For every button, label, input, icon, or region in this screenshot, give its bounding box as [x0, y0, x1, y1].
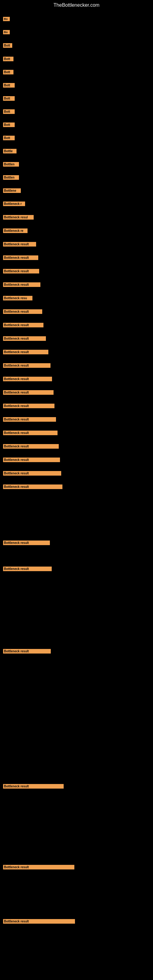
bar-row: Bottle	[3, 149, 153, 153]
bar-row: Bott	[3, 109, 153, 114]
bar-row: Bottleneck result	[3, 471, 153, 476]
bar-label: Bottleneck result	[3, 485, 62, 489]
bar-row: Bottleneck result	[3, 255, 153, 260]
bar-row: Bott	[3, 83, 153, 88]
bar-row: Bottleneck result	[3, 269, 153, 274]
bar-row: Bott	[3, 70, 153, 75]
bar-label: Bottlene	[3, 188, 21, 193]
bar-label: Bottleneck result	[3, 417, 56, 422]
bar-row: Bottleneck re	[3, 229, 153, 233]
bar-label: Bott	[3, 109, 15, 114]
bar-row: Bott	[3, 136, 153, 140]
bar-label: Bottleneck result	[3, 784, 64, 789]
bar-row: Bottleneck result	[3, 377, 153, 381]
bar-row: Bottleneck result	[3, 784, 153, 789]
bar-label: Bottleneck result	[3, 323, 43, 328]
bar-row: Bottleneck result	[3, 485, 153, 489]
bar-label: Bottleneck result	[3, 566, 52, 571]
bar-row: Bottleneck result	[3, 390, 153, 395]
bar-label: Bottleneck result	[3, 404, 54, 408]
bar-label: Bo	[3, 30, 10, 34]
bar-row: Bottlen	[3, 162, 153, 167]
bar-label: Bottleneck result	[3, 919, 75, 924]
bar-row: Bottleneck result	[3, 417, 153, 422]
bar-label: Bottleneck result	[3, 309, 42, 314]
bar-row: Bottleneck result	[3, 404, 153, 408]
bar-label: Bottleneck result	[3, 649, 51, 654]
bar-label: Bottleneck result	[3, 471, 61, 476]
bar-row: Bott	[3, 57, 153, 61]
bar-label: Bottleneck result	[3, 865, 74, 869]
bar-label: Bottle	[3, 149, 16, 153]
bar-row: Bottleneck result	[3, 566, 153, 571]
bar-row: Bott	[3, 43, 153, 48]
site-title: TheBottlenecker.com	[0, 0, 153, 9]
bar-label: Bottleneck result	[3, 541, 50, 545]
bar-row: Bottleneck result	[3, 431, 153, 435]
bar-row: Bottleneck resul	[3, 215, 153, 220]
bar-row: Bottleneck resu	[3, 296, 153, 301]
bar-label: Bottleneck result	[3, 350, 48, 354]
bar-label: Bo	[3, 17, 10, 21]
bar-row: Bottleneck result	[3, 242, 153, 247]
bar-row: Bottleneck result	[3, 282, 153, 287]
bar-label: Bottleneck resu	[3, 296, 32, 301]
bar-row: Bottleneck result	[3, 649, 153, 654]
bar-label: Bott	[3, 83, 15, 88]
bar-label: Bottleneck result	[3, 255, 38, 260]
bar-row: Bottleneck result	[3, 919, 153, 924]
bar-row: Bottleneck result	[3, 363, 153, 368]
bar-row: Bo	[3, 30, 153, 34]
bar-row: Bottleneck result	[3, 458, 153, 462]
bar-label: Bott	[3, 43, 12, 48]
bar-row: Bottleneck result	[3, 350, 153, 354]
bar-row: Bottlen	[3, 175, 153, 180]
bar-label: Bottleneck result	[3, 363, 51, 368]
bar-label: Bott	[3, 136, 15, 140]
bar-label: Bottlen	[3, 175, 19, 180]
bar-row: Bottleneck result	[3, 336, 153, 341]
bar-label: Bott	[3, 57, 13, 61]
bar-row: Bottleneck r	[3, 202, 153, 206]
bar-row: Bott	[3, 96, 153, 101]
bar-label: Bottleneck result	[3, 336, 46, 341]
bar-label: Bottleneck result	[3, 458, 60, 462]
bar-label: Bottleneck re	[3, 229, 27, 233]
bar-row: Bottleneck result	[3, 444, 153, 449]
bar-label: Bottleneck result	[3, 431, 57, 435]
bar-row: Bottleneck result	[3, 309, 153, 314]
bar-label: Bottleneck result	[3, 377, 52, 381]
bar-label: Bott	[3, 123, 15, 127]
bar-row: Bott	[3, 123, 153, 127]
bar-label: Bottleneck result	[3, 282, 40, 287]
bar-label: Bottleneck result	[3, 444, 59, 449]
bar-label: Bottleneck result	[3, 390, 54, 395]
bar-label: Bott	[3, 96, 15, 101]
bar-row: Bottleneck result	[3, 323, 153, 328]
bar-row: Bottlene	[3, 188, 153, 193]
bar-label: Bottleneck resul	[3, 215, 33, 220]
bar-label: Bottleneck result	[3, 242, 36, 247]
bar-label: Bottleneck result	[3, 269, 39, 274]
bar-row: Bottleneck result	[3, 541, 153, 545]
bar-label: Bottlen	[3, 162, 19, 167]
bar-label: Bott	[3, 70, 13, 75]
bar-row: Bo	[3, 17, 153, 21]
chart-area: BoBoBottBottBottBottBottBottBottBottBott…	[0, 9, 153, 980]
bar-row: Bottleneck result	[3, 865, 153, 869]
bar-label: Bottleneck r	[3, 202, 25, 206]
